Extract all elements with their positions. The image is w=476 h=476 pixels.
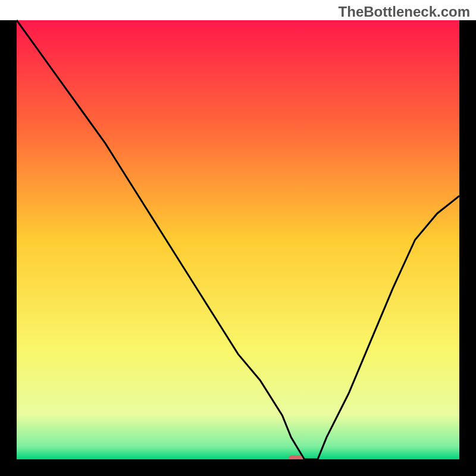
frame-left	[0, 20, 17, 476]
frame-right	[459, 20, 476, 476]
gradient-background	[17, 20, 459, 459]
frame-bottom	[0, 459, 476, 476]
chart-svg	[0, 0, 476, 476]
watermark-text: TheBottleneck.com	[339, 4, 470, 20]
bottleneck-chart: TheBottleneck.com	[0, 0, 476, 476]
